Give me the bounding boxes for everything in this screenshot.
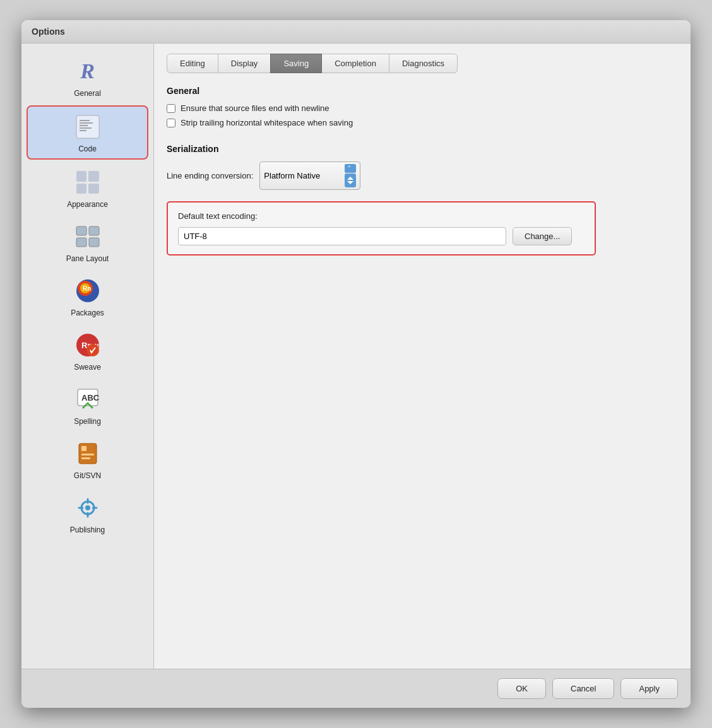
general-icon: R xyxy=(73,56,103,86)
dialog-footer: OK Cancel Apply xyxy=(21,669,691,708)
sidebar: R General Code xyxy=(21,44,154,669)
sweave-icon: Rnw xyxy=(73,330,103,360)
sidebar-label-sweave: Sweave xyxy=(74,363,101,372)
sidebar-label-general: General xyxy=(74,89,101,98)
checkbox-newline[interactable] xyxy=(167,104,175,113)
ok-button[interactable]: OK xyxy=(497,678,546,699)
serialization-section: Serialization Line ending conversion: Pl… xyxy=(167,144,678,255)
dialog-title: Options xyxy=(32,26,65,37)
tab-saving[interactable]: Saving xyxy=(270,54,322,73)
sidebar-label-appearance: Appearance xyxy=(67,200,108,209)
svg-rect-6 xyxy=(76,226,86,235)
tab-completion[interactable]: Completion xyxy=(321,54,389,73)
change-button[interactable]: Change... xyxy=(513,227,572,245)
sidebar-item-spelling[interactable]: ABC Spelling xyxy=(27,379,148,431)
checkbox-row-2: Strip trailing horizontal whitespace whe… xyxy=(167,118,678,127)
tab-display[interactable]: Display xyxy=(218,54,271,73)
spelling-icon: ABC xyxy=(73,384,103,414)
packages-icon: Rn xyxy=(73,276,103,306)
encoding-box: Default text encoding: Change... xyxy=(167,201,596,255)
sidebar-label-packages: Packages xyxy=(71,308,104,317)
tab-diagnostics[interactable]: Diagnostics xyxy=(389,54,458,73)
sidebar-item-code[interactable]: Code xyxy=(27,105,148,160)
sidebar-item-sweave[interactable]: Rnw Sweave xyxy=(27,325,148,377)
svg-rect-21 xyxy=(81,454,94,455)
general-section-title: General xyxy=(167,86,678,96)
code-icon xyxy=(73,112,103,142)
main-content: Editing Display Saving Completion Diagno… xyxy=(154,44,691,669)
svg-rect-22 xyxy=(81,457,90,459)
svg-rect-0 xyxy=(76,115,99,138)
serialization-section-title: Serialization xyxy=(167,144,678,154)
svg-rect-29 xyxy=(345,173,356,187)
line-ending-dropdown[interactable]: Platform Native xyxy=(259,161,360,190)
sidebar-item-gitsvn[interactable]: Git/SVN xyxy=(27,433,148,485)
sidebar-item-publishing[interactable]: Publishing xyxy=(27,488,148,539)
apply-button[interactable]: Apply xyxy=(620,678,678,699)
dropdown-arrow-icon xyxy=(345,164,356,187)
sidebar-label-spelling: Spelling xyxy=(74,417,101,426)
cancel-button[interactable]: Cancel xyxy=(552,678,614,699)
svg-rect-7 xyxy=(89,226,99,235)
general-section: General Ensure that source files end wit… xyxy=(167,86,678,132)
sidebar-label-publishing: Publishing xyxy=(70,525,105,534)
line-ending-value: Platform Native xyxy=(264,171,341,180)
line-ending-label: Line ending conversion: xyxy=(167,171,253,180)
pane-layout-icon xyxy=(73,221,103,252)
svg-rect-20 xyxy=(81,446,86,451)
checkbox-whitespace-label: Strip trailing horizontal whitespace whe… xyxy=(181,118,353,127)
line-ending-row: Line ending conversion: Platform Native xyxy=(167,161,678,190)
checkbox-newline-label: Ensure that source files end with newlin… xyxy=(181,103,329,113)
sidebar-label-gitsvn: Git/SVN xyxy=(74,471,101,480)
publishing-icon xyxy=(73,493,103,523)
checkbox-whitespace[interactable] xyxy=(167,119,175,127)
checkbox-row-1: Ensure that source files end with newlin… xyxy=(167,103,678,113)
appearance-icon xyxy=(73,167,103,197)
title-bar: Options xyxy=(21,20,691,44)
sidebar-item-general[interactable]: R General xyxy=(27,51,148,103)
svg-point-24 xyxy=(85,505,90,510)
sidebar-item-pane-layout[interactable]: Pane Layout xyxy=(27,216,148,268)
options-dialog: Options R General xyxy=(21,20,691,708)
encoding-row: Change... xyxy=(178,227,584,245)
tab-editing[interactable]: Editing xyxy=(167,54,218,73)
sidebar-item-appearance[interactable]: Appearance xyxy=(27,162,148,214)
encoding-input[interactable] xyxy=(178,227,506,245)
svg-rect-8 xyxy=(76,238,86,247)
gitsvn-icon xyxy=(73,438,103,469)
svg-rect-9 xyxy=(89,238,99,247)
sidebar-item-packages[interactable]: Rn Packages xyxy=(27,271,148,322)
svg-text:ABC: ABC xyxy=(81,393,100,402)
sidebar-label-pane-layout: Pane Layout xyxy=(66,254,109,263)
dialog-body: R General Code xyxy=(21,44,691,669)
tab-bar: Editing Display Saving Completion Diagno… xyxy=(167,54,678,73)
sidebar-label-code: Code xyxy=(78,144,97,153)
encoding-title: Default text encoding: xyxy=(178,211,584,221)
svg-text:Rn: Rn xyxy=(83,285,91,292)
